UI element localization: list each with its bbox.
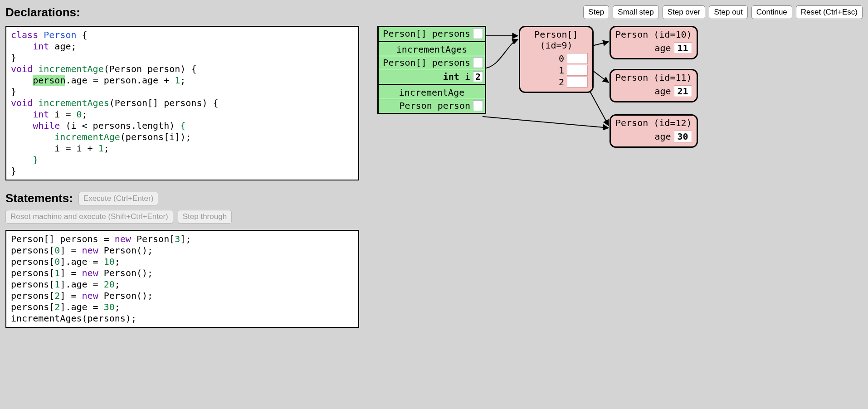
continue-button[interactable]: Continue: [751, 5, 792, 19]
stack-frame-incrementAges: incrementAges Person[] persons int i 2: [379, 42, 485, 85]
array-slot: [567, 77, 588, 88]
heap-person-12: Person (id=12) age30: [610, 114, 698, 148]
step-button[interactable]: Step: [583, 5, 609, 19]
reset-execute-button: Reset machine and execute (Shift+Ctrl+En…: [5, 210, 173, 224]
var-ref-box: [473, 28, 483, 39]
current-step-highlight: person: [33, 75, 65, 86]
svg-line-1: [483, 117, 609, 128]
step-out-button[interactable]: Step out: [709, 5, 747, 19]
declarations-code[interactable]: class Person { int age; } void increment…: [5, 26, 359, 180]
step-over-button[interactable]: Step over: [663, 5, 706, 19]
var-value-i: 2: [473, 71, 483, 82]
stack-frame-incrementAge: incrementAge Person person: [379, 85, 485, 113]
heap-array-persons: Person[] (id=9) 0 1 2: [519, 26, 594, 93]
var-ref-box: [473, 57, 483, 68]
statements-title: Statements:: [5, 191, 73, 205]
step-through-button: Step through: [178, 210, 232, 224]
stack-frame-main: Person[] persons: [379, 27, 485, 42]
heap-person-10: Person (id=10) age11: [610, 26, 698, 59]
var-label: Person[] persons: [383, 57, 470, 68]
declarations-title: Declarations:: [5, 5, 80, 19]
heap-person-11: Person (id=11) age21: [610, 69, 698, 102]
statements-code[interactable]: Person[] persons = new Person[3]; person…: [5, 230, 359, 328]
memory-visualization: Person[] persons incrementAges Person[] …: [377, 26, 713, 180]
array-slot: [567, 53, 588, 64]
small-step-button[interactable]: Small step: [613, 5, 658, 19]
reset-button[interactable]: Reset (Ctrl+Esc): [796, 5, 863, 19]
debug-toolbar: Step Small step Step over Step out Conti…: [583, 5, 863, 19]
var-label: Person[] persons: [383, 28, 470, 39]
array-slot: [567, 65, 588, 76]
execute-button: Execute (Ctrl+Enter): [78, 192, 158, 205]
call-stack: Person[] persons incrementAges Person[] …: [377, 26, 486, 114]
var-ref-box: [473, 100, 483, 111]
var-label: Person person: [399, 100, 470, 111]
